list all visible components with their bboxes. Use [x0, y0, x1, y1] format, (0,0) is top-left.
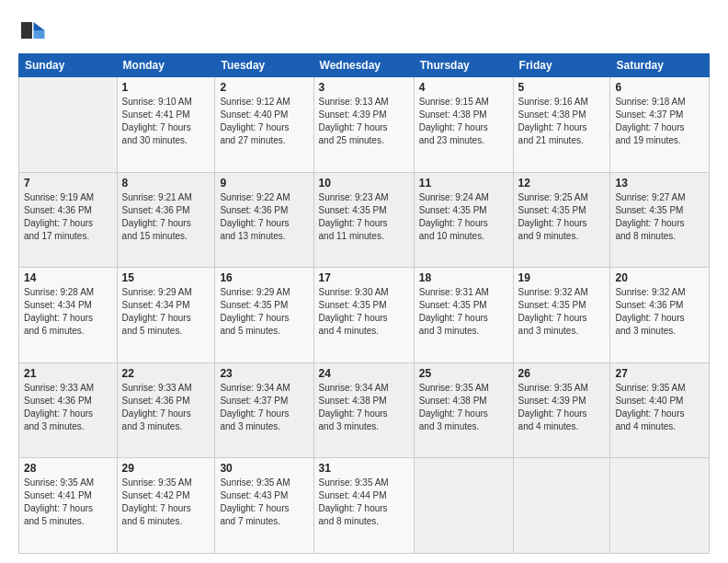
- day-info: Sunrise: 9:35 AM Sunset: 4:44 PM Dayligh…: [319, 477, 409, 528]
- calendar-week-1: 1Sunrise: 9:10 AM Sunset: 4:41 PM Daylig…: [19, 77, 710, 173]
- calendar-header-row: SundayMondayTuesdayWednesdayThursdayFrid…: [19, 54, 710, 77]
- day-number: 22: [122, 367, 210, 380]
- calendar-cell: 14Sunrise: 9:28 AM Sunset: 4:34 PM Dayli…: [19, 268, 118, 363]
- day-info: Sunrise: 9:21 AM Sunset: 4:36 PM Dayligh…: [122, 191, 210, 243]
- day-info: Sunrise: 9:35 AM Sunset: 4:40 PM Dayligh…: [615, 382, 704, 433]
- day-info: Sunrise: 9:35 AM Sunset: 4:39 PM Dayligh…: [518, 382, 606, 433]
- day-info: Sunrise: 9:27 AM Sunset: 4:35 PM Dayligh…: [615, 191, 704, 243]
- day-number: 8: [122, 177, 210, 190]
- calendar-cell: 20Sunrise: 9:32 AM Sunset: 4:36 PM Dayli…: [610, 268, 710, 363]
- day-header-wednesday: Wednesday: [313, 54, 414, 77]
- day-number: 4: [419, 81, 508, 94]
- day-number: 15: [122, 271, 210, 284]
- calendar-cell: 10Sunrise: 9:23 AM Sunset: 4:35 PM Dayli…: [313, 172, 414, 268]
- calendar-cell: 25Sunrise: 9:35 AM Sunset: 4:38 PM Dayli…: [414, 362, 513, 458]
- calendar-cell: 7Sunrise: 9:19 AM Sunset: 4:36 PM Daylig…: [19, 172, 118, 268]
- day-number: 25: [419, 367, 508, 380]
- day-info: Sunrise: 9:22 AM Sunset: 4:36 PM Dayligh…: [220, 191, 308, 243]
- day-number: 30: [220, 462, 308, 475]
- calendar-cell: 9Sunrise: 9:22 AM Sunset: 4:36 PM Daylig…: [215, 172, 313, 268]
- calendar-cell: 16Sunrise: 9:29 AM Sunset: 4:35 PM Dayli…: [215, 268, 313, 363]
- calendar-cell: 13Sunrise: 9:27 AM Sunset: 4:35 PM Dayli…: [610, 172, 710, 268]
- calendar-cell: 12Sunrise: 9:25 AM Sunset: 4:35 PM Dayli…: [513, 172, 610, 268]
- day-info: Sunrise: 9:24 AM Sunset: 4:35 PM Dayligh…: [419, 191, 508, 243]
- day-number: 7: [24, 177, 112, 190]
- day-header-monday: Monday: [117, 54, 215, 77]
- day-info: Sunrise: 9:29 AM Sunset: 4:34 PM Dayligh…: [122, 286, 210, 338]
- day-number: 19: [518, 271, 606, 284]
- day-info: Sunrise: 9:32 AM Sunset: 4:36 PM Dayligh…: [615, 286, 704, 338]
- day-info: Sunrise: 9:12 AM Sunset: 4:40 PM Dayligh…: [220, 96, 308, 147]
- calendar-table: SundayMondayTuesdayWednesdayThursdayFrid…: [18, 53, 710, 554]
- day-number: 18: [419, 271, 508, 284]
- calendar-week-2: 7Sunrise: 9:19 AM Sunset: 4:36 PM Daylig…: [19, 172, 710, 268]
- calendar-cell: 6Sunrise: 9:18 AM Sunset: 4:37 PM Daylig…: [610, 77, 710, 173]
- calendar-cell: 29Sunrise: 9:35 AM Sunset: 4:42 PM Dayli…: [117, 458, 215, 554]
- day-number: 26: [518, 367, 606, 380]
- calendar-cell: 4Sunrise: 9:15 AM Sunset: 4:38 PM Daylig…: [414, 77, 513, 173]
- day-header-sunday: Sunday: [19, 54, 118, 77]
- day-info: Sunrise: 9:33 AM Sunset: 4:36 PM Dayligh…: [24, 382, 112, 433]
- logo-icon: [18, 17, 46, 44]
- calendar-cell: 18Sunrise: 9:31 AM Sunset: 4:35 PM Dayli…: [414, 268, 513, 363]
- day-info: Sunrise: 9:35 AM Sunset: 4:38 PM Dayligh…: [419, 382, 508, 433]
- logo: [18, 17, 50, 44]
- day-header-friday: Friday: [513, 54, 610, 77]
- calendar-cell: [513, 458, 610, 554]
- calendar-cell: 3Sunrise: 9:13 AM Sunset: 4:39 PM Daylig…: [313, 77, 414, 173]
- day-number: 29: [122, 462, 210, 475]
- day-number: 24: [319, 367, 409, 380]
- day-info: Sunrise: 9:35 AM Sunset: 4:43 PM Dayligh…: [220, 477, 308, 528]
- calendar-cell: [414, 458, 513, 554]
- day-number: 21: [24, 367, 112, 380]
- day-number: 13: [615, 177, 704, 190]
- page: SundayMondayTuesdayWednesdayThursdayFrid…: [0, 0, 728, 563]
- calendar-week-3: 14Sunrise: 9:28 AM Sunset: 4:34 PM Dayli…: [19, 268, 710, 363]
- day-number: 3: [319, 81, 409, 94]
- calendar-cell: 24Sunrise: 9:34 AM Sunset: 4:38 PM Dayli…: [313, 362, 414, 458]
- day-header-tuesday: Tuesday: [215, 54, 313, 77]
- day-number: 9: [220, 177, 308, 190]
- day-number: 28: [24, 462, 112, 475]
- svg-rect-2: [21, 22, 32, 39]
- day-number: 6: [615, 81, 704, 94]
- day-info: Sunrise: 9:35 AM Sunset: 4:42 PM Dayligh…: [122, 477, 210, 528]
- day-number: 23: [220, 367, 308, 380]
- day-number: 2: [220, 81, 308, 94]
- day-info: Sunrise: 9:15 AM Sunset: 4:38 PM Dayligh…: [419, 96, 508, 147]
- day-number: 31: [319, 462, 409, 475]
- calendar-cell: 11Sunrise: 9:24 AM Sunset: 4:35 PM Dayli…: [414, 172, 513, 268]
- day-number: 20: [615, 271, 704, 284]
- calendar-cell: 2Sunrise: 9:12 AM Sunset: 4:40 PM Daylig…: [215, 77, 313, 173]
- calendar-cell: 15Sunrise: 9:29 AM Sunset: 4:34 PM Dayli…: [117, 268, 215, 363]
- day-number: 12: [518, 177, 606, 190]
- day-number: 11: [419, 177, 508, 190]
- calendar-week-4: 21Sunrise: 9:33 AM Sunset: 4:36 PM Dayli…: [19, 362, 710, 458]
- calendar-cell: 21Sunrise: 9:33 AM Sunset: 4:36 PM Dayli…: [19, 362, 118, 458]
- day-info: Sunrise: 9:34 AM Sunset: 4:38 PM Dayligh…: [319, 382, 409, 433]
- day-number: 16: [220, 271, 308, 284]
- svg-marker-0: [34, 22, 45, 30]
- day-info: Sunrise: 9:16 AM Sunset: 4:38 PM Dayligh…: [518, 96, 606, 147]
- day-info: Sunrise: 9:34 AM Sunset: 4:37 PM Dayligh…: [220, 382, 308, 433]
- day-info: Sunrise: 9:29 AM Sunset: 4:35 PM Dayligh…: [220, 286, 308, 338]
- header: [18, 17, 710, 44]
- svg-marker-1: [34, 30, 45, 39]
- calendar-cell: 5Sunrise: 9:16 AM Sunset: 4:38 PM Daylig…: [513, 77, 610, 173]
- day-info: Sunrise: 9:35 AM Sunset: 4:41 PM Dayligh…: [24, 477, 112, 528]
- day-number: 17: [319, 271, 409, 284]
- day-info: Sunrise: 9:32 AM Sunset: 4:35 PM Dayligh…: [518, 286, 606, 338]
- day-info: Sunrise: 9:13 AM Sunset: 4:39 PM Dayligh…: [319, 96, 409, 147]
- calendar-cell: 31Sunrise: 9:35 AM Sunset: 4:44 PM Dayli…: [313, 458, 414, 554]
- day-number: 10: [319, 177, 409, 190]
- day-info: Sunrise: 9:10 AM Sunset: 4:41 PM Dayligh…: [122, 96, 210, 147]
- day-header-thursday: Thursday: [414, 54, 513, 77]
- day-header-saturday: Saturday: [610, 54, 710, 77]
- calendar-cell: 26Sunrise: 9:35 AM Sunset: 4:39 PM Dayli…: [513, 362, 610, 458]
- calendar-cell: 22Sunrise: 9:33 AM Sunset: 4:36 PM Dayli…: [117, 362, 215, 458]
- day-info: Sunrise: 9:30 AM Sunset: 4:35 PM Dayligh…: [319, 286, 409, 338]
- day-number: 27: [615, 367, 704, 380]
- day-info: Sunrise: 9:19 AM Sunset: 4:36 PM Dayligh…: [24, 191, 112, 243]
- calendar-cell: [610, 458, 710, 554]
- calendar-cell: 17Sunrise: 9:30 AM Sunset: 4:35 PM Dayli…: [313, 268, 414, 363]
